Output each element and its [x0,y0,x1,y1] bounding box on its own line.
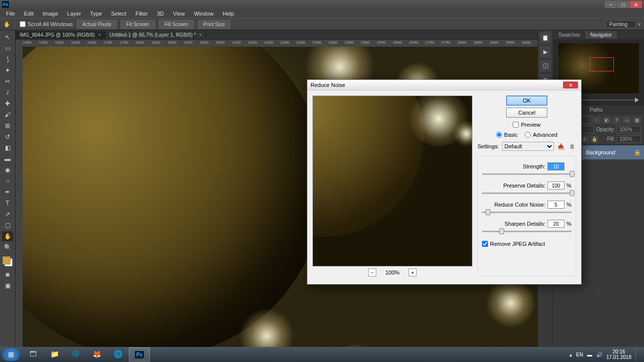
menu-help[interactable]: Help [219,10,238,18]
filter-shape-icon[interactable]: ▭ [623,117,631,124]
menu-file[interactable]: File [2,10,19,18]
tray-lang[interactable]: EN [576,352,583,357]
brush-tool[interactable]: 🖌 [2,110,13,120]
opacity-field[interactable]: 100% [617,126,641,133]
task-explorer-icon[interactable]: 🗔 [23,347,43,360]
move-tool[interactable]: ↖ [2,32,13,42]
doc-tab-1[interactable]: IMG_8044.JPG @ 100% (RGB/8)× [16,31,106,39]
hand-tool-icon[interactable]: ✋ [3,20,11,28]
ok-button[interactable]: OK [506,96,547,106]
lasso-tool[interactable]: ⟆ [2,54,13,64]
start-button[interactable]: ⊞ [2,348,20,361]
marquee-tool[interactable]: ▭ [2,43,13,53]
shape-tool[interactable]: ▢ [2,220,13,230]
gradient-tool[interactable]: ▬ [2,154,13,164]
eyedropper-tool[interactable]: 𝘐 [2,87,13,98]
preserve-input[interactable] [547,182,565,190]
filter-type-icon[interactable]: T [613,117,621,124]
hand-tool[interactable]: ✋ [2,231,13,241]
sharpen-slider[interactable] [482,230,572,233]
screenmode-tool[interactable]: ▣ [2,281,13,291]
menu-layer[interactable]: Layer [63,10,85,18]
menu-view[interactable]: View [169,10,189,18]
navigator-viewport[interactable] [590,57,614,71]
history-brush-tool[interactable]: ↺ [2,132,13,142]
settings-select[interactable]: Default [502,142,554,151]
workspace-select[interactable]: Painting [606,21,636,28]
tray-showdesktop[interactable] [635,348,640,361]
scroll-all-check[interactable]: Scroll All Windows [20,21,73,27]
info-panel-icon[interactable]: ⓘ [540,60,551,71]
cancel-button[interactable]: Cancel [506,108,547,118]
minimize-button[interactable]: − [605,1,617,8]
advanced-radio[interactable]: Advanced [525,132,557,138]
task-firefox-icon[interactable]: 🦊 [87,347,107,360]
doc-tab-2[interactable]: Untitled-1 @ 66,7% (Layer 1, RGB/8) *× [106,31,207,39]
tray-flag-icon[interactable]: ▬ [587,352,592,357]
strength-slider[interactable] [482,172,572,175]
remove-jpeg-check[interactable]: Remove JPEG Artifact [482,241,572,247]
zoom-out-button[interactable]: − [368,268,376,277]
menu-type[interactable]: Type [86,10,106,18]
zoom-tool[interactable]: 🔍 [2,242,13,252]
eraser-tool[interactable]: ◧ [2,143,13,153]
dodge-tool[interactable]: ○ [2,176,13,186]
delete-preset-icon[interactable]: 🗑 [568,142,576,150]
close-icon[interactable]: × [98,32,101,38]
print-size-button[interactable]: Print Size [198,20,230,29]
preview-check[interactable]: Preview [477,122,576,128]
stamp-tool[interactable]: ⊞ [2,121,13,131]
actual-pixels-button[interactable]: Actual Pixels [77,20,117,29]
fill-screen-button[interactable]: Fill Screen [159,20,194,29]
fit-screen-button[interactable]: Fit Screen [121,20,155,29]
path-tool[interactable]: ↗ [2,209,13,219]
colornoise-input[interactable] [547,201,565,209]
menu-window[interactable]: Window [190,10,217,18]
close-icon[interactable]: × [199,32,202,38]
task-folder-icon[interactable]: 📁 [44,347,64,360]
paths-tab[interactable]: Paths [585,106,608,114]
crop-tool[interactable]: ✂ [2,76,13,86]
dialog-titlebar[interactable]: Reduce Noise ✕ [307,80,581,90]
wand-tool[interactable]: ✦ [2,65,13,75]
basic-radio[interactable]: Basic [496,132,518,138]
percent-label: % [567,202,572,208]
tray-up-icon[interactable]: ▴ [570,352,572,357]
color-swatch[interactable] [3,256,13,266]
close-button[interactable]: ✕ [630,1,642,8]
navigator-tab[interactable]: Navigator [585,31,617,39]
zoom-in-button[interactable]: + [409,268,417,277]
quickmask-tool[interactable]: ◙ [2,269,13,280]
type-tool[interactable]: T [2,198,13,208]
menu-select[interactable]: Select [107,10,131,18]
tray-clock[interactable]: 20:1617.01.2018 [606,349,631,360]
filter-smart-icon[interactable]: ▦ [633,117,641,124]
lock-position-icon[interactable]: ✢ [581,136,589,143]
maximize-button[interactable]: □ [617,1,629,8]
swatches-tab[interactable]: Swatches [553,31,585,39]
filter-adjust-icon[interactable]: ◐ [603,117,611,124]
history-panel-icon[interactable]: 📋 [540,32,551,43]
pen-tool[interactable]: ✒ [2,187,13,197]
filter-pixel-icon[interactable]: ▫ [593,117,601,124]
menu-image[interactable]: Image [39,10,62,18]
preserve-slider[interactable] [482,192,572,195]
strength-input[interactable] [547,162,565,170]
dialog-preview-image[interactable] [312,96,472,266]
heal-tool[interactable]: ✚ [2,99,13,109]
blur-tool[interactable]: ◉ [2,165,13,175]
menu-edit[interactable]: Edit [20,10,38,18]
fill-field[interactable]: 100% [617,135,641,143]
sharpen-input[interactable] [547,220,565,228]
tray-volume-icon[interactable]: 🔊 [596,352,602,357]
task-photoshop-icon[interactable]: Ps [129,347,150,361]
menu-3d[interactable]: 3D [153,10,168,18]
actions-panel-icon[interactable]: ▶ [540,46,551,57]
lock-all-icon[interactable]: 🔒 [591,136,599,143]
menu-filter[interactable]: Filter [131,10,151,18]
dialog-close-button[interactable]: ✕ [563,81,578,88]
task-chrome-icon[interactable]: 🌐 [108,347,128,360]
save-preset-icon[interactable]: 📥 [557,142,565,150]
task-skype-icon[interactable]: Ⓢ [65,347,86,360]
colornoise-slider[interactable] [482,211,572,214]
